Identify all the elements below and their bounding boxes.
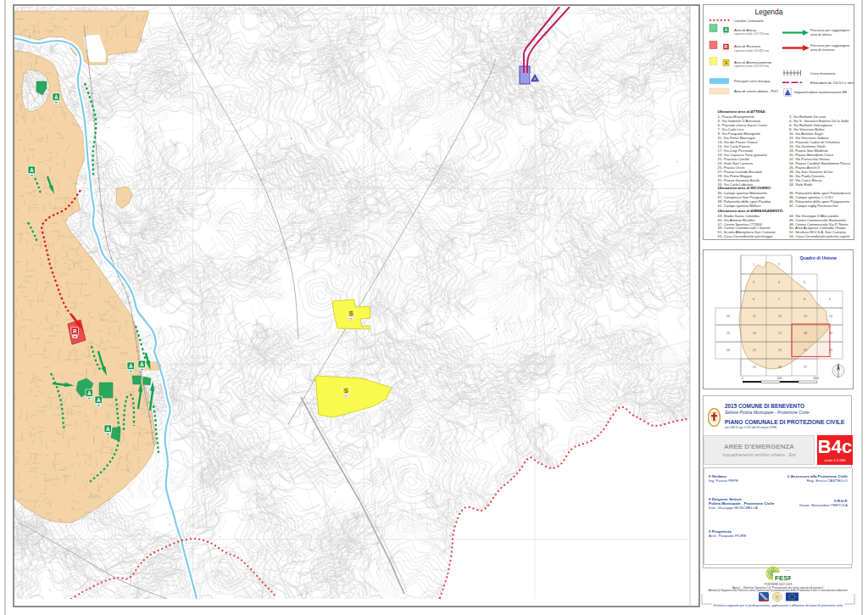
svg-text:25: 25 (753, 366, 756, 369)
svg-text:A: A (725, 27, 728, 32)
svg-text:24: 24 (829, 349, 832, 352)
svg-text:11: 11 (753, 315, 756, 318)
svg-text:21: 21 (753, 349, 756, 352)
svg-text:capienza totale 252.913 mq: capienza totale 252.913 mq (734, 64, 769, 68)
svg-text:FESR: FESR (775, 574, 791, 582)
svg-text:16: 16 (753, 332, 756, 335)
svg-text:4: 4 (778, 281, 780, 284)
svg-text:S: S (725, 60, 728, 65)
svg-text:Legenda: Legenda (754, 8, 782, 16)
svg-text:capienza totale 152.710 mq: capienza totale 152.710 mq (734, 32, 769, 36)
svg-text:17: 17 (778, 332, 782, 335)
svg-text:A: A (87, 390, 92, 396)
svg-text:15: 15 (726, 332, 730, 335)
svg-text:500: 500 (777, 377, 782, 380)
svg-text:R: R (725, 44, 728, 49)
svg-text:12: 12 (778, 315, 782, 318)
svg-text:Elettrodotti da 150 kV e oltre: Elettrodotti da 150 kV e oltre (810, 81, 854, 85)
svg-text:41- Campo sportivo Mellusi: 41- Campo sportivo Mellusi (718, 204, 761, 208)
svg-text:S: S (349, 310, 353, 316)
svg-text:7: 7 (778, 298, 780, 301)
svg-text:Ubicazione aree di ATTESA:: Ubicazione aree di ATTESA: (718, 109, 767, 114)
svg-text:53- Casa Circondariale parcheg: 53- Casa Circondariale parcheggio (718, 234, 773, 238)
svg-text:42- Campo rugby Pacevecchia: 42- Campo rugby Pacevecchia (789, 204, 838, 208)
svg-text:1: 1 (753, 263, 754, 266)
svg-text:23: 23 (804, 349, 807, 352)
svg-text:13: 13 (804, 315, 807, 318)
svg-text:20: 20 (726, 349, 730, 352)
svg-text:19: 19 (829, 332, 832, 335)
svg-text:Area di centro abitato - PUC: Area di centro abitato - PUC (734, 89, 778, 93)
svg-text:S: S (344, 388, 348, 394)
svg-text:8: 8 (804, 298, 805, 301)
svg-text:27: 27 (804, 366, 807, 369)
svg-text:22: 22 (778, 349, 782, 352)
svg-text:A: A (106, 426, 110, 432)
svg-text:Impianti/cabine trasformazione: Impianti/cabine trasformazione EE (794, 90, 848, 94)
svg-text:18: 18 (804, 332, 807, 335)
svg-text:Area di Ammassamento: Area di Ammassamento (734, 60, 772, 64)
svg-text:Confine Comunale: Confine Comunale (734, 19, 764, 23)
svg-text:area di ricovero: area di ricovero (810, 48, 835, 52)
svg-text:Quadro di Unione: Quadro di Unione (799, 255, 837, 260)
svg-text:54- Casa Circondariale palestr: 54- Casa Circondariale palestra agenti (789, 234, 850, 238)
svg-text:0: 0 (742, 377, 743, 380)
svg-text:1000: 1000 (813, 377, 819, 380)
svg-text:5: 5 (804, 281, 805, 284)
svg-text:R: R (73, 328, 77, 334)
svg-text:area di attesa: area di attesa (810, 32, 832, 36)
svg-text:2: 2 (778, 263, 780, 266)
svg-text:A: A (54, 94, 58, 100)
svg-text:Principali corsi d'acqua: Principali corsi d'acqua (734, 79, 771, 83)
svg-text:34- Viale Rotili: 34- Viale Rotili (789, 182, 812, 187)
svg-text:3: 3 (753, 281, 754, 284)
svg-text:Ubicazione aree di AMMASSAMENT: Ubicazione aree di AMMASSAMENTO: (718, 209, 784, 213)
svg-text:Linea ferroviaria: Linea ferroviaria (810, 71, 836, 75)
svg-text:26: 26 (778, 366, 782, 369)
svg-text:A: A (129, 363, 133, 369)
svg-text:6: 6 (753, 298, 754, 301)
svg-text:9: 9 (829, 298, 831, 301)
svg-text:A: A (140, 361, 144, 367)
svg-text:A: A (97, 397, 101, 403)
svg-text:capienza totale 151.833 mq: capienza totale 151.833 mq (734, 49, 769, 53)
svg-text:14: 14 (829, 315, 832, 318)
svg-text:POR: POR (785, 569, 789, 572)
svg-text:A: A (30, 167, 34, 173)
svg-text:Area di Ricovero: Area di Ricovero (734, 44, 761, 48)
svg-text:Area di Attesa: Area di Attesa (734, 28, 757, 32)
svg-text:Ubicazione aree di RICOVERO:: Ubicazione aree di RICOVERO: (718, 186, 772, 190)
svg-text:10: 10 (726, 315, 730, 318)
